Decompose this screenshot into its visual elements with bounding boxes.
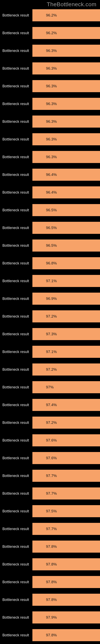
result-value: 97.8% [46,562,57,566]
result-bar: 96.4% [32,186,100,198]
result-row: Bottleneck result 96.3% [0,45,100,57]
result-label: Bottleneck result [0,169,32,181]
result-value: 96.4% [46,190,57,194]
result-value: 96.3% [46,84,57,88]
result-label: Bottleneck result [0,576,32,588]
result-bar: 97.2% [32,310,100,322]
result-value: 96.5% [46,208,57,212]
result-value: 96.2% [46,31,57,35]
result-value: 97.2% [46,420,57,425]
result-value: 96.3% [46,155,57,159]
result-row: Bottleneck result 97.6% [0,452,100,464]
result-row: Bottleneck result 97.8% [0,540,100,553]
result-label: Bottleneck result [0,381,32,393]
result-label: Bottleneck result [0,80,32,92]
result-label: Bottleneck result [0,399,32,411]
result-row: Bottleneck result 97.7% [0,488,100,500]
result-row: Bottleneck result 97% [0,381,100,393]
result-bar: 97.7% [32,523,100,535]
page: TheBottleneck.com Bottleneck result 96.2… [0,0,100,641]
result-value: 97.8% [46,598,57,602]
result-label: Bottleneck result [0,186,32,198]
result-label: Bottleneck result [0,9,32,21]
result-bar: 97.1% [32,346,100,358]
result-label: Bottleneck result [0,505,32,517]
result-value: 97% [46,385,53,390]
result-row: Bottleneck result 97.8% [0,629,100,641]
result-value: 97.1% [46,350,57,354]
result-label: Bottleneck result [0,62,32,74]
result-label: Bottleneck result [0,629,32,641]
result-bar: 97.4% [32,399,100,411]
result-bar: 97.8% [32,558,100,570]
result-bar: 96.3% [32,62,100,74]
result-bar: 97.5% [32,505,100,517]
result-row: Bottleneck result 97.2% [0,310,100,322]
result-row: Bottleneck result 96.9% [0,292,100,305]
result-label: Bottleneck result [0,98,32,110]
result-label: Bottleneck result [0,558,32,570]
result-row: Bottleneck result 96.3% [0,98,100,110]
result-bar: 97.6% [32,452,100,464]
result-bar: 96.8% [32,257,100,269]
result-value: 97.8% [46,544,57,549]
result-label: Bottleneck result [0,540,32,553]
result-label: Bottleneck result [0,434,32,446]
result-label: Bottleneck result [0,45,32,57]
result-label: Bottleneck result [0,275,32,287]
result-label: Bottleneck result [0,470,32,482]
result-bar: 97.6% [32,434,100,446]
result-value: 97.7% [46,527,57,531]
result-value: 96.2% [46,13,57,18]
result-bar: 96.2% [32,9,100,21]
result-bar: 97.1% [32,275,100,287]
result-bar: 96.2% [32,27,100,39]
result-row: Bottleneck result 96.4% [0,169,100,181]
result-value: 96.5% [46,243,57,248]
result-row: Bottleneck result 96.3% [0,151,100,163]
result-bar: 96.3% [32,45,100,57]
result-label: Bottleneck result [0,116,32,128]
result-label: Bottleneck result [0,133,32,145]
result-row: Bottleneck result 97.7% [0,523,100,535]
site-header: TheBottleneck.com [0,0,100,9]
result-value: 97.6% [46,456,57,460]
result-label: Bottleneck result [0,151,32,163]
result-row: Bottleneck result 96.5% [0,204,100,216]
result-label: Bottleneck result [0,292,32,305]
result-bar: 97.8% [32,594,100,606]
result-row: Bottleneck result 97.2% [0,416,100,429]
result-row: Bottleneck result 96.3% [0,116,100,128]
result-label: Bottleneck result [0,27,32,39]
result-bar: 97.8% [32,629,100,641]
result-label: Bottleneck result [0,204,32,216]
result-value: 97.7% [46,491,57,496]
result-bar: 96.3% [32,80,100,92]
result-row: Bottleneck result 96.2% [0,9,100,21]
result-bar: 97.9% [32,612,100,624]
result-value: 97.2% [46,314,57,318]
result-row: Bottleneck result 96.4% [0,186,100,198]
result-bar: 97.7% [32,488,100,500]
site-title: TheBottleneck.com [47,1,97,8]
result-bar: 96.5% [32,222,100,234]
result-value: 96.3% [46,137,57,142]
result-label: Bottleneck result [0,310,32,322]
result-value: 97.1% [46,279,57,283]
result-bar: 96.5% [32,204,100,216]
result-label: Bottleneck result [0,222,32,234]
result-row: Bottleneck result 97.7% [0,470,100,482]
result-bar: 97.2% [32,416,100,429]
result-bar: 96.4% [32,169,100,181]
result-label: Bottleneck result [0,594,32,606]
result-row: Bottleneck result 97.5% [0,505,100,517]
result-label: Bottleneck result [0,240,32,252]
result-value: 96.3% [46,48,57,53]
result-value: 97.7% [46,474,57,478]
result-bar: 97.2% [32,364,100,376]
result-label: Bottleneck result [0,346,32,358]
result-row: Bottleneck result 97.8% [0,594,100,606]
result-bar: 97.3% [32,328,100,340]
result-row: Bottleneck result 97.2% [0,364,100,376]
result-bar: 96.3% [32,133,100,145]
